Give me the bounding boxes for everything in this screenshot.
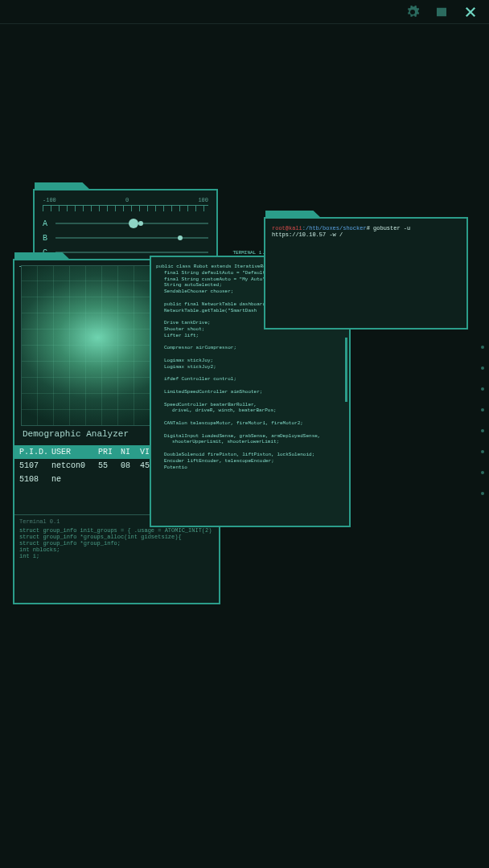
slider-ticks (43, 205, 208, 211)
shell-line[interactable]: root@kali:/htb/boxes/shocker# gobuster -… (272, 225, 460, 238)
slider-row-a: A (43, 216, 208, 231)
close-icon[interactable] (463, 5, 478, 19)
slider-track[interactable] (55, 237, 208, 239)
slider-label: B (43, 234, 51, 243)
svg-rect-0 (437, 7, 446, 16)
window-icon[interactable] (434, 5, 449, 19)
scrollbar[interactable] (345, 338, 347, 402)
panel-title: Demographic Analyzer (23, 429, 129, 439)
panel-tab[interactable] (14, 252, 71, 260)
slider-label: A (43, 219, 51, 228)
panel-tab[interactable] (265, 211, 322, 219)
slider-scale: -1000100 (43, 197, 208, 203)
slider-track[interactable] (55, 223, 208, 224)
settings-icon[interactable] (405, 5, 420, 19)
shell-panel: root@kali:/htb/boxes/shocker# gobuster -… (264, 217, 468, 330)
side-indicators (481, 346, 484, 495)
terminal-0-1: Terminal 0.1 struct group_info init_grou… (14, 514, 219, 603)
title-bar (0, 0, 489, 24)
panel-tab[interactable] (35, 182, 91, 190)
slider-track[interactable] (55, 252, 208, 253)
slider-row-b: B (43, 231, 208, 245)
